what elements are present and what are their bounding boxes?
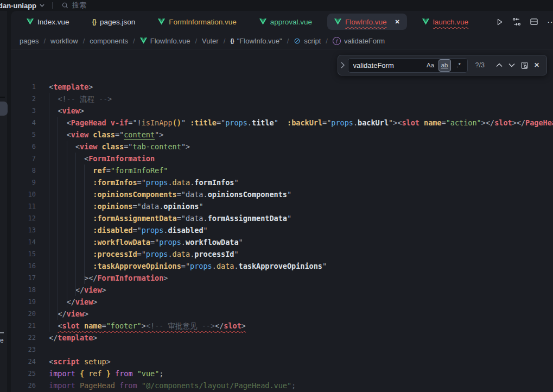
breadcrumb-separator: /	[83, 37, 85, 45]
tab-label: FlowInfo.vue	[345, 18, 387, 26]
line-number: 8	[11, 165, 36, 176]
code-line-2: 2 <!-- 流程 -->	[11, 93, 553, 105]
close-find-icon[interactable]: ✕	[531, 60, 542, 71]
line-number: 22	[11, 332, 36, 344]
find-match-count: ?/3	[475, 59, 485, 71]
vue-icon	[334, 18, 341, 25]
indent-guide	[75, 153, 76, 296]
symbol-script-icon	[294, 37, 301, 45]
left-panel-clipped-text: e	[0, 337, 4, 344]
editor-group: Index.vue{ }pages.jsonFormInformation.vu…	[11, 11, 553, 392]
left-panel-divider	[0, 97, 5, 98]
line-number: 3	[11, 105, 36, 117]
code-line-14: 14 :workflowData="props.workflowData"	[11, 236, 553, 248]
ide-window: dan-uniapp 搜索 e Index.vue{ }pages.jsonFo…	[0, 0, 553, 392]
code-line-18: 18 </view>	[11, 284, 553, 296]
next-match-button[interactable]	[506, 60, 517, 71]
code-line-25: 25import { ref } from "vue";	[11, 368, 553, 380]
breadcrumb-item[interactable]: workflow	[50, 37, 78, 45]
code-line-11: 11 :opinions="data.opinions"	[11, 200, 553, 212]
left-panel-selected-item[interactable]	[0, 102, 8, 116]
breadcrumb-item[interactable]: Vuter	[202, 37, 219, 45]
find-in-selection-button[interactable]	[519, 60, 530, 71]
line-number: 23	[11, 344, 36, 356]
project-name: dan-uniapp	[0, 2, 36, 10]
code-line-12: 12 :formAssignmentData="data.formAssignm…	[11, 212, 553, 224]
code-line-22: 22</template>	[11, 332, 553, 344]
left-panel-surface	[0, 11, 7, 392]
global-search[interactable]: 搜索	[62, 1, 86, 10]
tab-label: approval.vue	[270, 18, 312, 26]
search-placeholder: 搜索	[72, 1, 86, 10]
left-panel-sliver: e	[0, 11, 11, 392]
indent-guide	[67, 141, 67, 308]
breadcrumb-item[interactable]: components	[90, 37, 128, 45]
indent-guide	[49, 93, 49, 332]
tab-approval-vue[interactable]: approval.vue	[248, 11, 323, 33]
breadcrumb-separator: /	[287, 37, 289, 45]
code-line-16: 16 :taskApproveOpinions="props.data.task…	[11, 260, 553, 272]
code-line-10: 10 :opinionsComponents="data.opinionsCom…	[11, 188, 553, 200]
code-line-1: 1<template>	[11, 81, 553, 93]
regex-button[interactable]: .*	[453, 59, 465, 72]
code-line-23: 23	[11, 344, 553, 356]
line-number: 11	[11, 200, 36, 212]
previous-match-button[interactable]	[494, 60, 505, 71]
line-number: 2	[11, 93, 36, 105]
code-line-17: 17 ></FormInformation>	[11, 272, 553, 284]
code-line-26: 26import PageHead from "@/components/lay…	[11, 380, 553, 391]
breadcrumb: pages/workflow/components/FlowInfo.vue/V…	[11, 33, 553, 49]
vue-icon	[140, 37, 147, 44]
breadcrumb-item[interactable]: fvalidateForm	[333, 37, 385, 45]
split-editor-button[interactable]	[530, 17, 538, 26]
breadcrumb-separator: /	[133, 37, 135, 45]
code-line-5: 5 <view class="content">	[11, 129, 553, 141]
breadcrumb-item[interactable]: script	[294, 37, 321, 45]
tab-forminformation-vue[interactable]: FormInformation.vue	[147, 11, 248, 33]
line-number: 7	[11, 153, 36, 165]
code-line-13: 13 :disabled="props.disabled"	[11, 224, 553, 236]
vue-icon	[27, 18, 34, 25]
tab-launch-vue[interactable]: launch.vue	[411, 11, 480, 33]
find-widget: Aa ab .* ?/3 ✕	[338, 55, 547, 75]
line-number: 21	[11, 320, 36, 332]
breadcrumb-separator: /	[43, 37, 46, 45]
run-button[interactable]	[495, 18, 504, 26]
tab-label: FormInformation.vue	[169, 18, 237, 26]
braces-icon: { }	[230, 37, 233, 44]
whole-word-button[interactable]: ab	[438, 59, 451, 72]
tab-list: Index.vue{ }pages.jsonFormInformation.vu…	[15, 11, 480, 33]
close-tab-icon[interactable]: ✕	[395, 18, 400, 26]
indent-guide	[84, 165, 85, 284]
vue-icon	[422, 18, 429, 25]
left-panel-divider-2	[0, 332, 4, 333]
breadcrumb-item[interactable]: pages	[20, 37, 39, 45]
compare-changes-icon[interactable]	[512, 17, 521, 26]
line-number: 10	[11, 188, 36, 200]
vue-icon	[158, 18, 165, 25]
breadcrumb-item[interactable]: { }"FlowInfo.vue"	[230, 37, 282, 45]
line-number: 19	[11, 296, 36, 308]
chevron-down-icon	[40, 4, 45, 7]
breadcrumb-separator: /	[326, 37, 328, 45]
project-switcher[interactable]: dan-uniapp	[0, 2, 45, 10]
search-icon	[62, 2, 68, 9]
title-bar: dan-uniapp 搜索	[0, 0, 553, 11]
tab-index-vue[interactable]: Index.vue	[15, 11, 81, 33]
code-line-20: 20 </view>	[11, 308, 553, 320]
breadcrumb-item[interactable]: FlowInfo.vue	[140, 37, 190, 45]
code-line-3: 3 <view>	[11, 105, 553, 117]
code-editor[interactable]: 1<template>2 <!-- 流程 -->3 <view>4 <PageH…	[11, 49, 553, 392]
toggle-replace-icon[interactable]	[338, 62, 348, 68]
line-number: 9	[11, 176, 36, 188]
tab-pages-json[interactable]: { }pages.json	[81, 11, 147, 33]
tab-flowinfo-vue[interactable]: FlowInfo.vue✕	[327, 14, 407, 30]
line-number: 5	[11, 129, 36, 141]
line-number: 6	[11, 141, 36, 153]
code-line-7: 7 <FormInformation	[11, 153, 553, 165]
find-input[interactable]	[353, 61, 423, 69]
match-case-button[interactable]: Aa	[424, 59, 437, 72]
more-actions-button[interactable]: ⋯	[547, 17, 553, 27]
line-number: 25	[11, 368, 36, 380]
indent-guide	[58, 117, 58, 320]
